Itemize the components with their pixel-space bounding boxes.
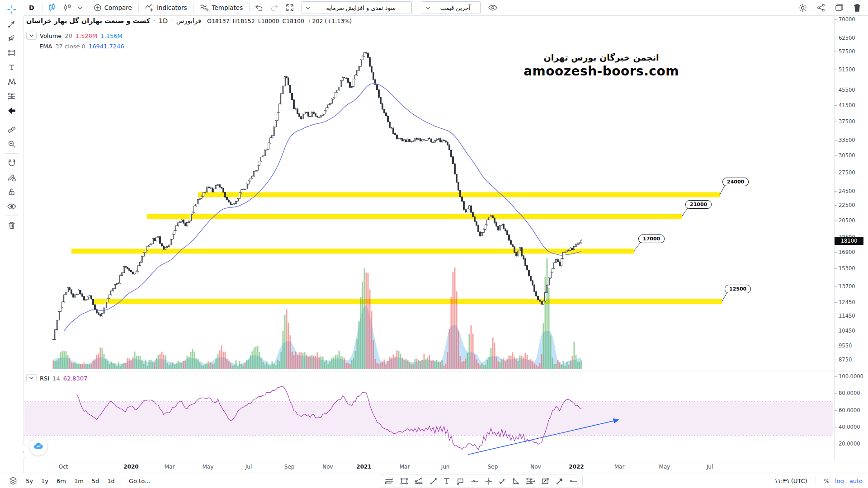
time-axis-tick: 2021	[356, 464, 371, 470]
last-used-drawing-button[interactable]	[3, 103, 21, 117]
rsi-axis-tick: 20.0000	[839, 441, 860, 447]
delete-button[interactable]	[851, 1, 863, 14]
broker-logo-button[interactable]	[29, 437, 48, 456]
level-price-label[interactable]: 24000	[722, 178, 749, 186]
trend-angle-icon[interactable]	[499, 478, 506, 485]
sidebar-collapse-handle[interactable]: ‹	[21, 445, 26, 459]
text-tool-button[interactable]	[3, 60, 21, 74]
time-axis-tick: 2022	[569, 464, 584, 470]
layers-icon	[9, 477, 17, 485]
rectangle-tool-button[interactable]	[3, 46, 21, 60]
horizontal-ray-icon[interactable]	[570, 479, 578, 483]
arrow-marker-icon[interactable]	[556, 478, 563, 485]
fullscreen-button[interactable]	[283, 1, 297, 14]
time-axis-tick: Jul	[245, 464, 252, 470]
range-5y-button[interactable]: 5y	[22, 478, 37, 484]
settings-button[interactable]	[796, 1, 810, 14]
rectangle-icon[interactable]	[400, 478, 408, 485]
support-resistance-zone[interactable]	[93, 299, 722, 304]
trend-line-icon[interactable]	[430, 478, 437, 485]
crosshair-tool-button[interactable]	[3, 2, 21, 16]
cross-line-icon[interactable]	[485, 478, 492, 485]
snapshot-button[interactable]	[832, 1, 846, 14]
log-scale-button[interactable]: log	[835, 478, 844, 484]
support-resistance-zone[interactable]	[71, 249, 634, 253]
horizontal-line-icon[interactable]	[471, 479, 479, 483]
rsi-legend-chevron[interactable]	[26, 374, 37, 382]
object-tree-button[interactable]	[6, 474, 20, 488]
auto-scale-button[interactable]: auto	[849, 478, 863, 484]
price-axis-tick: 33500	[839, 137, 855, 143]
rsi-axis-tick: 80.0000	[839, 390, 860, 396]
price-axis-tick: 13700	[839, 283, 855, 290]
time-axis-tick: Oct	[59, 464, 68, 470]
xabcd-pattern-tool-button[interactable]	[3, 75, 21, 89]
interval-button[interactable]: D	[24, 1, 40, 14]
compare-button[interactable]: Compare	[90, 1, 136, 14]
eye-icon	[7, 203, 16, 210]
volume-legend-chevron[interactable]	[26, 32, 37, 40]
templates-button[interactable]: Templates	[196, 1, 247, 14]
text-icon[interactable]	[443, 478, 450, 484]
zoom-in-tool-button[interactable]	[3, 137, 21, 151]
pane-resize-divider[interactable]	[24, 371, 868, 371]
drawing-mode-button[interactable]	[3, 170, 21, 184]
percent-scale-button[interactable]: %	[824, 478, 830, 484]
chart-type-candles-button[interactable]	[45, 1, 59, 14]
level-price-label[interactable]: 21000	[685, 200, 712, 209]
indicators-button[interactable]: Indicators	[141, 1, 191, 14]
chart-style-button[interactable]	[60, 1, 75, 14]
time-axis[interactable]: Oct2020MarMayJulSepNov2021MarJunSepNov20…	[0, 461, 868, 473]
fib-retracement-tool-button[interactable]	[3, 89, 21, 103]
callout-icon[interactable]	[456, 478, 464, 485]
projection-icon[interactable]	[542, 478, 550, 485]
price-mode-select[interactable]: آخرین قیمت	[422, 1, 481, 14]
lock-drawings-button[interactable]	[3, 185, 21, 199]
chart-style-dropdown[interactable]	[75, 1, 85, 14]
candles-icon	[47, 3, 57, 12]
redo-button[interactable]	[267, 1, 282, 14]
time-axis-tick: Sep	[284, 464, 295, 470]
range-6m-button[interactable]: 6m	[52, 478, 70, 484]
clock[interactable]: ۱۱:۴۹ (UTC)	[774, 478, 807, 484]
support-resistance-zone[interactable]	[147, 214, 682, 219]
remove-drawings-button[interactable]	[3, 218, 21, 232]
price-axis-tick: 12450	[839, 299, 855, 305]
price-axis-tick: 22500	[839, 202, 855, 208]
share-button[interactable]	[814, 1, 828, 14]
magnet-mode-button[interactable]	[3, 156, 21, 170]
price-axis-tick: 70000	[839, 16, 855, 23]
parallel-channel-icon[interactable]	[385, 478, 394, 485]
bottom-toolbar: 5y 1y 6m 1m 5d 1d Go to... ۱۱:۴۹ (UTC) %…	[0, 473, 868, 488]
price-axis-tick: 20500	[839, 217, 855, 224]
time-axis-tick: Jul	[707, 464, 713, 470]
date-price-range-icon[interactable]	[526, 478, 535, 485]
chevron-down-icon	[426, 6, 430, 9]
price-chart-canvas[interactable]	[24, 15, 834, 461]
support-resistance-zone[interactable]	[198, 192, 720, 197]
top-toolbar: D Compare Indicators Templates	[24, 0, 868, 16]
range-1m-button[interactable]: 1m	[70, 478, 88, 484]
price-axis[interactable]: 18100 7000062500575005150045500415003750…	[834, 15, 868, 461]
range-1y-button[interactable]: 1y	[37, 478, 52, 484]
level-price-label[interactable]: 17000	[638, 235, 665, 243]
price-axis-tick: 45500	[839, 87, 855, 93]
floating-drawing-toolbar	[380, 474, 583, 488]
undo-button[interactable]	[252, 1, 266, 14]
price-axis-tick: 16900	[839, 249, 855, 255]
visibility-button[interactable]	[485, 1, 500, 14]
disjoint-channel-icon[interactable]	[415, 478, 424, 485]
goto-date-button[interactable]: Go to...	[125, 478, 154, 484]
measure-tool-button[interactable]	[3, 122, 21, 136]
trend-line-tool-button[interactable]	[3, 17, 21, 31]
pitchfork-tool-button[interactable]	[3, 31, 21, 45]
black-arrow-left-icon	[8, 107, 16, 114]
symbol-actions-select[interactable]: سود نقدی و افزایش سرمایه	[302, 1, 412, 14]
hide-drawings-button[interactable]	[3, 199, 21, 213]
cloud-icon	[33, 441, 44, 452]
triangle-icon[interactable]	[512, 478, 520, 485]
range-1d-button[interactable]: 1d	[103, 478, 119, 484]
redo-icon	[270, 5, 278, 11]
range-5d-button[interactable]: 5d	[88, 478, 104, 484]
level-price-label[interactable]: 12500	[725, 285, 751, 293]
